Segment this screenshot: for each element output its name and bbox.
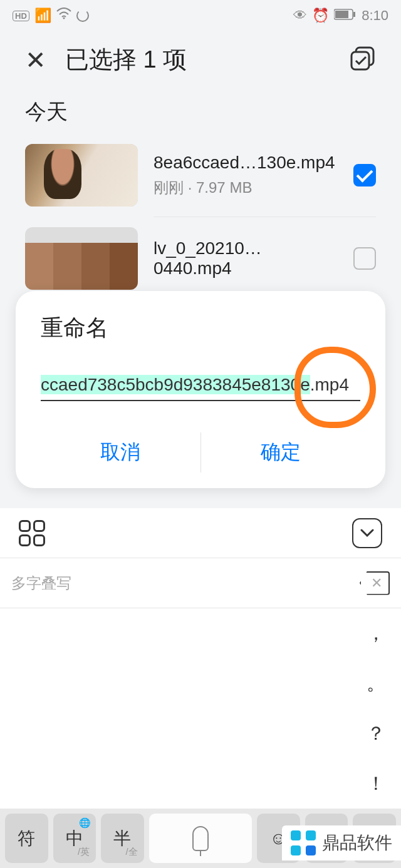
section-today: 今天 — [0, 88, 401, 139]
rename-input-wrap[interactable]: ccaed738c5bcb9d9383845e8130e.mp4 — [41, 375, 360, 401]
selection-header: ✕ 已选择 1 项 — [0, 31, 401, 88]
svg-rect-2 — [335, 11, 348, 18]
mic-icon — [192, 826, 209, 851]
hd-icon: HD — [13, 11, 29, 21]
question-key[interactable]: ？ — [351, 708, 401, 758]
select-all-icon[interactable] — [350, 46, 376, 74]
svg-rect-3 — [353, 12, 355, 17]
file-info: 8ea6ccaed…130e.mp4 刚刚 · 7.97 MB — [154, 153, 338, 198]
keyboard-toolbar — [0, 508, 401, 558]
cancel-button[interactable]: 取消 — [41, 426, 200, 479]
eye-icon: 👁 — [293, 8, 307, 24]
file-checkbox[interactable] — [353, 247, 376, 270]
header-title: 已选择 1 项 — [65, 44, 331, 76]
svg-rect-5 — [352, 52, 369, 69]
file-name: 8ea6ccaed…130e.mp4 — [154, 153, 338, 173]
svg-point-0 — [63, 18, 65, 19]
alarm-icon: ⏰ — [312, 8, 329, 24]
keyboard-collapse-icon[interactable] — [352, 518, 382, 548]
watermark-logo — [291, 830, 316, 855]
keyboard-apps-icon[interactable] — [19, 520, 45, 546]
file-checkbox[interactable] — [353, 164, 376, 186]
dialog-actions: 取消 确定 — [41, 426, 360, 479]
keyboard: 多字叠写 ✕ ， 。 ？ ！ 符 中/英🌐 半/全 ☺ 123 换行 — [0, 508, 401, 868]
handwriting-area[interactable]: ， 。 ？ ！ — [0, 608, 401, 809]
dialog-title: 重命名 — [41, 313, 360, 344]
status-left: HD 📶 — [13, 8, 89, 24]
signal-icon: 📶 — [34, 8, 51, 24]
file-name: lv_0_20210…0440.mp4 — [154, 238, 338, 278]
close-icon[interactable]: ✕ — [25, 46, 46, 74]
confirm-button[interactable]: 确定 — [201, 426, 361, 479]
watermark: 鼎品软件 — [282, 825, 401, 860]
voice-key[interactable] — [149, 814, 253, 863]
wifi-icon — [56, 8, 71, 24]
file-info: lv_0_20210…0440.mp4 — [154, 238, 338, 278]
punctuation-column: ， 。 ？ ！ — [351, 608, 401, 809]
handwriting-hint: 多字叠写 — [11, 573, 71, 593]
keyboard-suggest-bar: 多字叠写 ✕ — [0, 558, 401, 608]
file-meta: 刚刚 · 7.97 MB — [154, 178, 338, 198]
status-right: 👁 ⏰ 8:10 — [293, 8, 388, 24]
divider — [154, 217, 376, 217]
watermark-text: 鼎品软件 — [322, 831, 392, 855]
width-key[interactable]: 半/全 — [101, 814, 144, 863]
battery-icon — [334, 8, 357, 24]
loading-icon — [76, 9, 89, 22]
file-row[interactable]: 8ea6ccaed…130e.mp4 刚刚 · 7.97 MB — [0, 139, 401, 212]
file-row[interactable]: lv_0_20210…0440.mp4 — [0, 222, 401, 295]
rename-input[interactable]: ccaed738c5bcb9d9383845e8130e.mp4 — [41, 375, 360, 395]
period-key[interactable]: 。 — [351, 658, 401, 708]
status-time: 8:10 — [362, 8, 388, 24]
exclaim-key[interactable]: ！ — [351, 758, 401, 809]
rename-dialog: 重命名 ccaed738c5bcb9d9383845e8130e.mp4 取消 … — [16, 291, 385, 488]
symbol-key[interactable]: 符 — [5, 814, 48, 863]
comma-key[interactable]: ， — [351, 608, 401, 658]
backspace-key[interactable]: ✕ — [360, 571, 390, 595]
video-thumbnail — [25, 227, 138, 290]
video-thumbnail — [25, 144, 138, 207]
language-key[interactable]: 中/英🌐 — [53, 814, 96, 863]
status-bar: HD 📶 👁 ⏰ 8:10 — [0, 0, 401, 31]
